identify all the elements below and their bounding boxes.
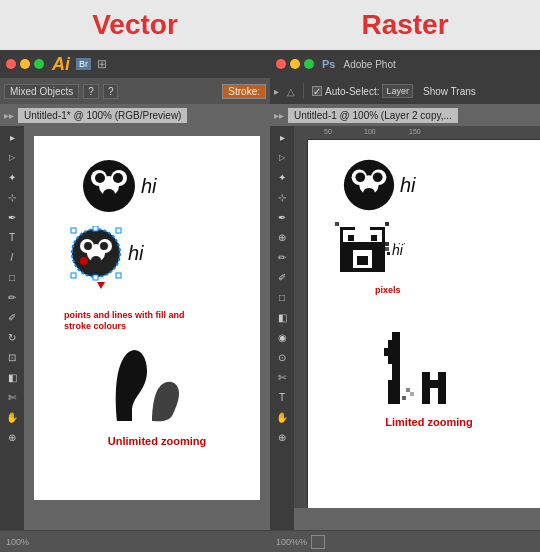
svg-rect-34: [385, 247, 389, 251]
raster-label: Raster: [270, 9, 540, 41]
stroke-button[interactable]: Stroke:: [222, 84, 266, 99]
ps-type-tool[interactable]: T: [273, 388, 291, 406]
svg-rect-63: [402, 396, 406, 400]
ps-clone-stamp[interactable]: ✐: [273, 268, 291, 286]
svg-rect-54: [422, 388, 430, 396]
ps-eyedropper[interactable]: ✒: [273, 208, 291, 226]
svg-rect-55: [422, 396, 430, 404]
svg-point-25: [355, 172, 365, 182]
ps-minimize-dot[interactable]: [290, 59, 300, 69]
svg-rect-40: [357, 256, 368, 265]
raster-row2: hi ··· pixels: [335, 222, 403, 277]
ps-gradient-tool[interactable]: ◧: [273, 308, 291, 326]
ps-healing-brush[interactable]: ⊕: [273, 228, 291, 246]
ps-crop-tool[interactable]: ⊹: [273, 188, 291, 206]
ps-dodge-tool[interactable]: ⊙: [273, 348, 291, 366]
pixel-dots: ···: [393, 237, 408, 249]
ps-arrow-tool-small[interactable]: ▸: [274, 86, 279, 97]
vector-row2: hi points and lines with fill and stroke…: [69, 226, 144, 281]
ai-workspace: ▸ ▷ ✦ ⊹ ✒ T / □ ✏ ✐ ↻ ⊡ ◧ ✄ ✋ ⊕: [0, 126, 270, 530]
line-tool[interactable]: /: [3, 248, 21, 266]
ps-eraser-tool[interactable]: □: [273, 288, 291, 306]
lasso-tool[interactable]: ⊹: [3, 188, 21, 206]
panels-container: Ai Br ⊞ Mixed Objects ? ? Stroke: ▸▸ Unt…: [0, 50, 540, 552]
vector-annotation: points and lines with fill and stroke co…: [64, 310, 204, 333]
type-tool[interactable]: T: [3, 228, 21, 246]
svg-point-20: [80, 257, 88, 265]
svg-rect-35: [387, 252, 390, 255]
svg-rect-16: [71, 273, 76, 278]
ps-canvas-content: hi: [308, 140, 540, 508]
ps-zoom-tool-ps[interactable]: ⊕: [273, 428, 291, 446]
grid-icon[interactable]: ⊞: [97, 57, 107, 71]
ruler-mark-150: 150: [409, 128, 421, 135]
ps-show-trans: Show Trans: [423, 86, 476, 97]
svg-rect-37: [385, 222, 389, 226]
annotation-arrow-vector: [97, 282, 105, 289]
svg-rect-60: [438, 396, 446, 404]
raster-row1: hi: [340, 156, 416, 214]
ps-zoom-level: 100%: [276, 537, 299, 547]
scale-tool[interactable]: ⊡: [3, 348, 21, 366]
maximize-dot[interactable]: [34, 59, 44, 69]
ai-toolbar-row: Mixed Objects ? ? Stroke:: [0, 78, 270, 104]
svg-rect-36: [335, 222, 339, 226]
ruler-mark-50: 50: [324, 128, 332, 135]
svg-point-12: [100, 242, 108, 250]
ps-select-tool[interactable]: ▸: [273, 128, 291, 146]
ai-tab-row: ▸▸ Untitled-1* @ 100% (RGB/Preview): [0, 104, 270, 126]
style-box-2[interactable]: ?: [103, 84, 119, 99]
svg-rect-62: [410, 392, 414, 396]
select-tool[interactable]: ▸: [3, 128, 21, 146]
svg-rect-15: [116, 228, 121, 233]
svg-point-26: [373, 172, 383, 182]
pen-tool[interactable]: ✒: [3, 208, 21, 226]
ps-direct-select-tool[interactable]: ▷: [273, 148, 291, 166]
paintbrush-tool[interactable]: ✏: [3, 288, 21, 306]
vector-zoom-shape: [97, 341, 197, 431]
ai-document-tab[interactable]: Untitled-1* @ 100% (RGB/Preview): [18, 108, 187, 123]
magic-wand-tool[interactable]: ✦: [3, 168, 21, 186]
ps-status-box[interactable]: [311, 535, 325, 549]
ps-maximize-dot[interactable]: [304, 59, 314, 69]
svg-rect-53: [422, 380, 430, 388]
ps-auto-select-checkbox[interactable]: ✓: [312, 86, 322, 96]
rect-tool[interactable]: □: [3, 268, 21, 286]
unlimited-label: Unlimited zooming: [108, 435, 206, 447]
close-dot[interactable]: [6, 59, 16, 69]
br-button[interactable]: Br: [76, 58, 91, 70]
ps-magic-wand[interactable]: ✦: [273, 168, 291, 186]
ps-app-title: Adobe Phot: [343, 59, 395, 70]
svg-rect-61: [406, 388, 410, 392]
ps-layer-select[interactable]: Layer: [382, 84, 413, 98]
style-box-1[interactable]: ?: [83, 84, 99, 99]
svg-rect-17: [116, 273, 121, 278]
ps-blur-tool[interactable]: ◉: [273, 328, 291, 346]
svg-rect-14: [71, 228, 76, 233]
gradient-tool[interactable]: ◧: [3, 368, 21, 386]
ps-pen-tool[interactable]: ✄: [273, 368, 291, 386]
hi-label-1: hi: [141, 175, 157, 198]
direct-select-tool[interactable]: ▷: [3, 148, 21, 166]
vector-row1: hi: [79, 156, 157, 216]
ps-close-dot[interactable]: [276, 59, 286, 69]
mixed-objects-button[interactable]: Mixed Objects: [4, 84, 79, 99]
svg-rect-52: [422, 372, 430, 380]
eyedropper-tool[interactable]: ✄: [3, 388, 21, 406]
hand-tool[interactable]: ✋: [3, 408, 21, 426]
svg-point-4: [95, 173, 105, 183]
ps-hi-label-1: hi: [400, 174, 416, 197]
ps-document-tab[interactable]: Untitled-1 @ 100% (Layer 2 copy,...: [288, 108, 458, 123]
pencil-tool[interactable]: ✐: [3, 308, 21, 326]
svg-rect-43: [388, 340, 396, 348]
ps-direct-tool-small[interactable]: △: [287, 86, 295, 97]
svg-rect-48: [388, 380, 400, 388]
ps-canvas: 50 100 150: [294, 126, 540, 530]
zoom-tool[interactable]: ⊕: [3, 428, 21, 446]
ps-brush-tool[interactable]: ✏: [273, 248, 291, 266]
minimize-dot[interactable]: [20, 59, 30, 69]
raster-panel: Ps Adobe Phot ▸ △ ✓ Auto-Select: Layer S…: [270, 50, 540, 552]
ps-auto-select-label: Auto-Select:: [325, 86, 379, 97]
ps-hand-tool[interactable]: ✋: [273, 408, 291, 426]
rotate-tool[interactable]: ↻: [3, 328, 21, 346]
